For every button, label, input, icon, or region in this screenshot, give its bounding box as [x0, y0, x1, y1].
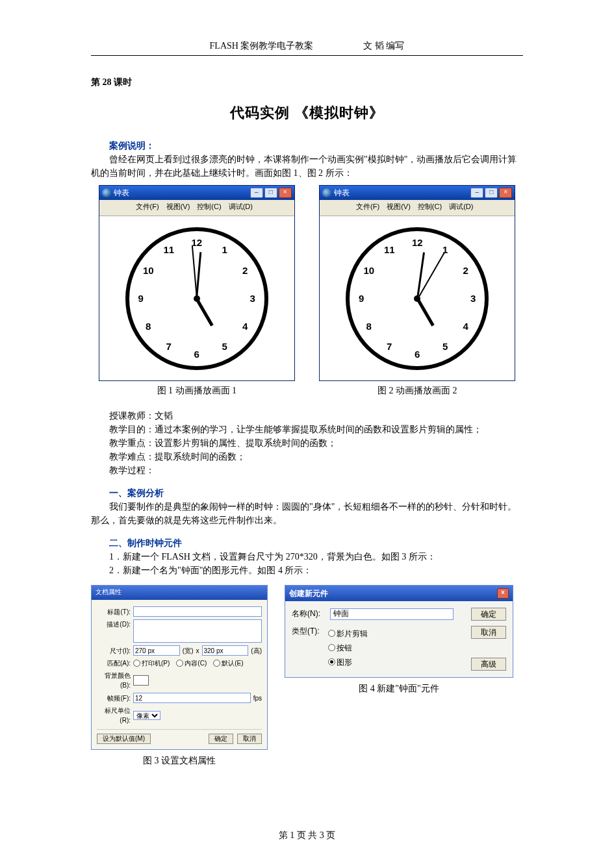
- window-title: 钟表: [114, 187, 129, 199]
- close-button[interactable]: ×: [497, 588, 509, 599]
- width-hint: (宽): [183, 646, 194, 656]
- radio-default[interactable]: 默认(E): [213, 658, 243, 668]
- height-input[interactable]: [202, 645, 249, 656]
- app-icon: [322, 188, 331, 197]
- menu-file[interactable]: 文件(F): [136, 203, 159, 210]
- clock-center: [194, 295, 200, 302]
- clock-1: 121234567891011: [125, 227, 268, 370]
- menu-view[interactable]: 视图(V): [166, 203, 190, 210]
- clock-number: 11: [384, 243, 395, 258]
- clock-number: 1: [222, 243, 227, 258]
- menu-view[interactable]: 视图(V): [387, 203, 411, 210]
- label-title: 标题(T):: [97, 607, 131, 617]
- clock-min-hand: [196, 252, 201, 299]
- create-symbol-dialog: 创建新元件 × 名称(N): 类型(T): 影片剪辑: [285, 585, 513, 678]
- page-footer: 第 1 页 共 3 页: [0, 828, 614, 842]
- app-icon: [102, 188, 111, 197]
- cancel-button[interactable]: 取消: [471, 626, 506, 639]
- hard-line: 教学难点：提取系统时间的函数；: [91, 450, 523, 464]
- proc-line: 教学过程：: [91, 464, 523, 477]
- width-input[interactable]: [133, 645, 180, 656]
- advanced-button[interactable]: 高级: [471, 658, 506, 671]
- clock-number: 8: [146, 319, 151, 334]
- set-default-button[interactable]: 设为默认值(M): [97, 734, 151, 744]
- label-size: 尺寸(I):: [97, 646, 131, 656]
- clock-number: 9: [359, 291, 364, 306]
- fps-unit: fps: [253, 693, 262, 703]
- menu-control[interactable]: 控制(C): [197, 203, 221, 210]
- radio-movieclip[interactable]: 影片剪辑: [328, 628, 368, 639]
- maximize-button[interactable]: □: [485, 188, 498, 198]
- minimize-button[interactable]: –: [470, 188, 483, 198]
- cancel-button[interactable]: 取消: [237, 734, 262, 744]
- clock-number: 12: [412, 235, 423, 250]
- bgcolor-swatch[interactable]: [133, 675, 149, 686]
- clock-number: 9: [138, 291, 144, 306]
- radio-printer[interactable]: 打印机(P): [133, 658, 170, 668]
- section2-label: 二、制作时钟元件: [91, 536, 523, 550]
- label-fps: 帧频(F):: [97, 693, 131, 703]
- clock-number: 3: [250, 291, 255, 306]
- title-input[interactable]: [133, 606, 262, 617]
- clock-number: 8: [366, 319, 372, 334]
- fps-input[interactable]: [133, 693, 251, 703]
- header-left: FLASH 案例教学电子教案: [210, 41, 314, 51]
- clock-center: [414, 295, 420, 302]
- clock-number: 2: [463, 263, 468, 278]
- height-hint: (高): [251, 646, 262, 656]
- flash-window-2: 钟表 – □ × 文件(F) 视图(V) 控制(C) 调试(D) 1212345…: [319, 185, 515, 381]
- desc-input[interactable]: [133, 619, 262, 643]
- clock-number: 5: [442, 340, 448, 354]
- menu-file[interactable]: 文件(F): [356, 203, 379, 210]
- ok-button[interactable]: 确定: [471, 608, 506, 621]
- section1-label: 一、案例分析: [91, 486, 523, 500]
- fig1-caption: 图 1 动画播放画面 1: [91, 384, 303, 397]
- dialog-titlebar: 文档属性: [92, 586, 267, 600]
- clock-number: 10: [143, 263, 154, 278]
- menu-control[interactable]: 控制(C): [418, 203, 442, 210]
- clock-number: 7: [166, 340, 172, 354]
- label-match: 匹配(A):: [97, 658, 131, 668]
- fig3-caption: 图 3 设置文档属性: [91, 754, 268, 767]
- radio-content[interactable]: 内容(C): [176, 658, 207, 668]
- goal-line: 教学目的：通过本案例的学习，让学生能够掌握提取系统时间的函数和设置影片剪辑的属性…: [91, 423, 523, 436]
- lesson-number: 第 28 课时: [91, 75, 523, 89]
- clock-number: 11: [163, 243, 174, 258]
- fig4-caption: 图 4 新建"钟面"元件: [285, 682, 513, 695]
- minimize-button[interactable]: –: [250, 188, 263, 198]
- teacher-line: 授课教师：文韬: [91, 409, 523, 423]
- radio-button-type[interactable]: 按钮: [328, 642, 368, 654]
- clock-number: 10: [363, 263, 374, 278]
- section-case-label: 案例说明：: [91, 139, 523, 153]
- clock-number: 12: [191, 235, 202, 250]
- maximize-button[interactable]: □: [264, 188, 277, 198]
- fig2-caption: 图 2 动画播放画面 2: [312, 384, 524, 397]
- radio-graphic[interactable]: 图形: [328, 656, 368, 668]
- header-right: 文 韬 编写: [363, 41, 404, 51]
- section1-body: 我们要制作的是典型的象闹钟一样的时钟：圆圆的"身体"，长短粗细各不一样的的秒针、…: [91, 500, 523, 527]
- label-desc: 描述(D):: [97, 619, 131, 629]
- window-title: 钟表: [334, 187, 350, 199]
- menu-debug[interactable]: 调试(D): [449, 203, 473, 210]
- label-ruler: 标尺单位(R):: [97, 706, 131, 725]
- clock-number: 7: [387, 340, 392, 354]
- clock-number: 4: [463, 319, 468, 334]
- close-button[interactable]: ×: [279, 188, 292, 198]
- label-type: 类型(T):: [292, 625, 328, 671]
- close-button[interactable]: ×: [499, 188, 512, 198]
- clock-number: 4: [242, 319, 248, 334]
- section2-line1: 1．新建一个 FLASH 文档，设置舞台尺寸为 270*320，背景为白色。如图…: [91, 550, 523, 564]
- flash-window-1: 钟表 – □ × 文件(F) 视图(V) 控制(C) 调试(D) 1212345…: [99, 185, 295, 381]
- document-properties-dialog: 文档属性 标题(T): 描述(D): 尺寸(I): (宽) x (高) 匹配(A…: [91, 585, 268, 750]
- clock-sec-hand: [192, 245, 198, 299]
- label-name: 名称(N):: [292, 608, 328, 619]
- ruler-select[interactable]: 像素: [133, 711, 160, 720]
- label-bg: 背景颜色(B):: [97, 671, 131, 690]
- clock-hour-hand: [416, 297, 434, 326]
- menubar: 文件(F) 视图(V) 控制(C) 调试(D): [99, 200, 294, 216]
- symbol-name-input[interactable]: [330, 608, 454, 620]
- clock-number: 3: [470, 291, 476, 306]
- ok-button[interactable]: 确定: [209, 734, 233, 744]
- menu-debug[interactable]: 调试(D): [229, 203, 253, 210]
- dialog-title: 创建新元件: [289, 588, 328, 599]
